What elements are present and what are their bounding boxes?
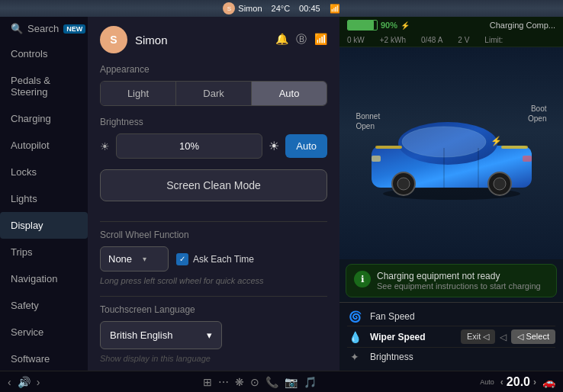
charging-notification: ℹ Charging equipment not ready See equip… [346,264,557,297]
profile-indicator[interactable]: S Simon [223,2,262,14]
divider-1 [100,221,327,222]
car-container: ⚡ [360,104,543,203]
brightness-label: Brightness [100,117,327,127]
sidebar-item-navigation[interactable]: Navigation [0,265,88,292]
appearance-dark-btn[interactable]: Dark [176,82,252,105]
appearance-label: Appearance [100,64,327,75]
scroll-wheel-hint: Long press left scroll wheel for quick a… [100,276,327,285]
bottom-right-controls: Auto ‹ 20.0 › 🚗 [480,375,555,389]
show-display-text: Show display in this language [100,354,327,363]
sidebar-search-label: Search [27,23,59,34]
wifi-icon: 📶 [330,4,340,14]
stat-kw: 0 kW [347,36,365,44]
battery-indicator: 90% ⚡ [347,20,410,31]
user-header: S Simon 🔔 Ⓑ 📶 [100,26,327,53]
appearance-auto-btn[interactable]: Auto [252,82,327,105]
lights-label: Lights [11,193,37,204]
main-layout: 🔍 Search NEW Controls Pedals & Steering … [0,17,563,371]
speed-left-arrow[interactable]: ‹ [500,377,503,387]
pedals-label: Pedals & Steering [11,75,77,98]
notification-subtitle: See equipment instructions to start char… [377,281,541,291]
stat-amps: 0/48 A [421,36,442,44]
search-icon: 🔍 [11,23,23,34]
sidebar-item-trips[interactable]: Trips [0,239,88,265]
bottom-popup: 🌀 Fan Speed 💧 Wiper Speed Exit ◁ ◁ ◁ Sel… [339,302,563,371]
sidebar-item-charging[interactable]: Charging [0,105,88,132]
screen-clean-mode-button[interactable]: Screen Clean Mode [100,169,327,201]
fan-speed-label: Fan Speed [370,311,555,322]
charging-lightning-icon: ⚡ [401,21,410,30]
sidebar-item-software[interactable]: Software [0,345,88,371]
service-label: Service [11,326,43,338]
bottom-bar: ‹ 🔊 › ⊞ ⋯ ❋ ⊙ 📞 📷 🎵 Auto ‹ 20.0 › 🚗 [0,371,563,392]
top-bar-info: S Simon 24°C 00:45 📶 [223,2,339,14]
fan-speed-row: 🌀 Fan Speed [347,307,555,326]
language-dropdown[interactable]: British English ▾ [100,321,222,349]
sidebar-item-pedals-steering[interactable]: Pedals & Steering [0,67,88,105]
scroll-wheel-value: None [108,253,132,265]
ask-each-time-checkbox-row: ✓ Ask Each Time [176,253,254,265]
sidebar-item-search[interactable]: 🔍 Search NEW [0,17,88,40]
app-icon-phone[interactable]: 📞 [265,376,278,388]
app-icon-dots[interactable]: ⋯ [218,376,229,388]
fan-icon: 🌀 [347,310,362,323]
right-panel: 90% ⚡ Charging Comp... 0 kW +2 kWh 0/48 … [339,17,563,371]
bottom-back-button[interactable]: ‹ [8,376,11,388]
notification-text: Charging equipment not ready See equipme… [377,271,541,291]
wiper-select-button[interactable]: ◁ Select [511,329,555,344]
sidebar-item-safety[interactable]: Safety [0,292,88,319]
wiper-left-arrow: ◁ [500,332,507,342]
car-status-icon[interactable]: 🚗 [542,376,555,388]
bottom-app-icons: ⊞ ⋯ ❋ ⊙ 📞 📷 🎵 [203,376,317,388]
app-icon-grid[interactable]: ⊞ [203,376,212,388]
bluetooth-icon[interactable]: Ⓑ [296,33,307,47]
brightness-control: ☀ 10% ☀ Auto [100,133,327,159]
stat-volts: 2 V [458,36,469,44]
bottom-volume-button[interactable]: 🔊 [18,376,31,388]
battery-fill [348,21,374,30]
speed-right-arrow[interactable]: › [533,377,536,387]
bell-icon[interactable]: 🔔 [275,33,288,47]
chevron-down-icon: ▾ [143,255,146,263]
brightness-popup-label: Brightness [370,352,555,362]
app-icon-camera[interactable]: 📷 [285,376,298,388]
brightness-auto-button[interactable]: Auto [285,134,327,158]
sidebar-item-controls[interactable]: Controls [0,40,88,67]
display-label: Display [11,220,43,231]
scroll-wheel-dropdown[interactable]: None ▾ [100,246,169,272]
app-icon-asterisk[interactable]: ❋ [235,376,244,388]
brightness-row: ✦ Brightness [347,348,555,366]
wifi-header-icon[interactable]: 📶 [314,33,327,47]
sidebar: 🔍 Search NEW Controls Pedals & Steering … [0,17,88,371]
sidebar-item-service[interactable]: Service [0,319,88,345]
profile-avatar: S [223,2,235,14]
app-icon-circle[interactable]: ⊙ [250,376,259,388]
app-icon-music[interactable]: 🎵 [304,376,317,388]
wiper-icon: 💧 [347,331,362,343]
controls-label: Controls [11,48,47,59]
appearance-selector: Light Dark Auto [100,81,327,106]
notification-icon: ℹ [354,271,371,288]
ask-each-time-checkbox[interactable]: ✓ [176,253,188,265]
stat-kwh: +2 kWh [380,36,406,44]
svg-point-7 [494,178,506,190]
battery-bar [347,20,378,31]
charging-header: 90% ⚡ Charging Comp... [339,17,563,34]
sidebar-item-display[interactable]: Display [0,212,88,239]
sidebar-item-locks[interactable]: Locks [0,159,88,185]
wiper-controls: Exit ◁ ◁ ◁ Select [461,329,555,344]
bottom-forward-button[interactable]: › [37,376,40,388]
software-label: Software [11,353,50,365]
appearance-light-btn[interactable]: Light [101,82,176,105]
bonnet-open-label: BonnetOpen [356,111,381,131]
brightness-value[interactable]: 10% [116,133,262,159]
wiper-exit-button[interactable]: Exit ◁ [461,329,495,344]
user-name: Simon [135,34,168,47]
brightness-sun-low-icon: ☀ [100,140,110,153]
sidebar-item-autopilot[interactable]: Autopilot [0,132,88,159]
divider-2 [100,296,327,297]
brightness-popup-icon: ✦ [347,351,362,363]
sidebar-item-lights[interactable]: Lights [0,185,88,212]
speed-indicator: ‹ 20.0 › [500,375,536,389]
bottom-left-controls: ‹ 🔊 › [8,376,40,388]
